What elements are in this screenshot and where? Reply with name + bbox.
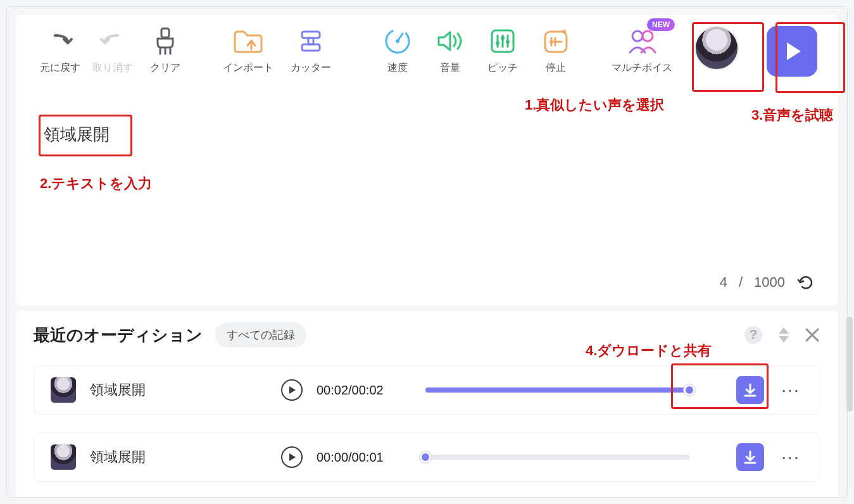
stop-button[interactable]: 停止 (529, 26, 582, 75)
cutter-label: カッター (291, 61, 331, 75)
volume-label: 音量 (440, 61, 460, 75)
char-counter: 4 / 1000 (34, 273, 820, 299)
gauge-icon (384, 26, 411, 56)
close-icon[interactable] (804, 327, 820, 343)
pitch-button[interactable]: ピッチ (477, 26, 529, 75)
recent-header: 最近のオーディション すべての記録 ? (34, 322, 820, 348)
row-progress[interactable] (425, 387, 689, 393)
new-badge: NEW (647, 18, 675, 31)
text-area[interactable]: 領域展開 (34, 96, 820, 273)
row-avatar (51, 444, 76, 470)
speed-button[interactable]: 速度 (371, 26, 424, 75)
audio-row: 領域展開 00:00/00:01 ··· (34, 432, 820, 482)
undo-icon (46, 26, 74, 56)
undo-label: 元に戻す (40, 61, 80, 75)
char-max: 1000 (754, 274, 785, 291)
svg-point-13 (506, 40, 510, 44)
svg-text:?: ? (750, 327, 757, 341)
row-progress[interactable] (425, 455, 689, 460)
row-play-button[interactable] (281, 379, 303, 401)
audio-row: 領域展開 00:02/00:02 ··· (34, 365, 820, 415)
voice-avatar-button[interactable] (689, 26, 745, 70)
clear-label: クリア (150, 61, 180, 75)
cutter-button[interactable]: カッター (280, 26, 342, 75)
refresh-button[interactable] (796, 273, 815, 292)
voice-avatar (694, 26, 739, 70)
scrollbar[interactable] (846, 317, 853, 412)
toolbar: 元に戻す 取り消す クリア インポート (34, 26, 820, 96)
stop-icon (543, 26, 569, 56)
char-sep: / (739, 274, 743, 291)
recent-title: 最近のオーディション (34, 324, 203, 346)
svg-point-12 (501, 36, 505, 40)
char-count: 4 (720, 274, 727, 291)
equalizer-icon (489, 26, 516, 56)
svg-point-19 (632, 31, 643, 41)
undo-button[interactable]: 元に戻す (34, 26, 86, 75)
clear-button[interactable]: クリア (139, 26, 192, 75)
svg-point-11 (496, 41, 499, 45)
cutter-icon (298, 26, 323, 56)
row-timecode: 00:00/00:01 (317, 450, 411, 465)
play-icon (767, 26, 817, 77)
import-button[interactable]: インポート (217, 26, 279, 75)
sort-icon[interactable] (776, 326, 791, 344)
redo-button[interactable]: 取り消す (86, 26, 139, 75)
preview-play-button[interactable] (764, 26, 820, 77)
svg-point-6 (396, 39, 399, 43)
download-button[interactable] (736, 443, 764, 471)
more-button[interactable]: ··· (778, 447, 803, 467)
download-button[interactable] (736, 376, 764, 404)
svg-rect-3 (308, 38, 313, 44)
row-timecode: 00:02/00:02 (317, 383, 411, 398)
help-icon[interactable]: ? (743, 325, 763, 345)
stop-label: 停止 (546, 61, 566, 75)
redo-label: 取り消す (92, 61, 133, 75)
import-label: インポート (223, 61, 273, 75)
redo-icon (99, 26, 127, 56)
volume-button[interactable]: 音量 (424, 26, 477, 75)
more-button[interactable]: ··· (778, 380, 803, 400)
svg-point-20 (643, 31, 653, 41)
speed-label: 速度 (387, 61, 408, 75)
row-title: 領域展開 (90, 448, 267, 467)
folder-import-icon (232, 26, 264, 56)
app-root: 元に戻す 取り消す クリア インポート (6, 6, 848, 498)
text-input-content: 領域展開 (34, 118, 120, 151)
svg-point-15 (562, 30, 566, 34)
multivoice-button[interactable]: NEW マルチボイス (607, 26, 676, 75)
row-play-button[interactable] (281, 446, 303, 468)
speaker-icon (436, 26, 464, 56)
editor-panel: 元に戻す 取り消す クリア インポート (16, 15, 838, 306)
all-records-button[interactable]: すべての記録 (215, 322, 306, 348)
row-avatar (51, 377, 76, 403)
recent-panel: 最近のオーディション すべての記録 ? 4.ダウロードと共有 領域展開 00:0… (16, 311, 838, 497)
multivoice-label: マルチボイス (612, 61, 672, 75)
pitch-label: ピッチ (487, 61, 518, 75)
brush-icon (153, 26, 178, 56)
svg-rect-0 (161, 28, 169, 37)
row-title: 領域展開 (90, 381, 267, 400)
